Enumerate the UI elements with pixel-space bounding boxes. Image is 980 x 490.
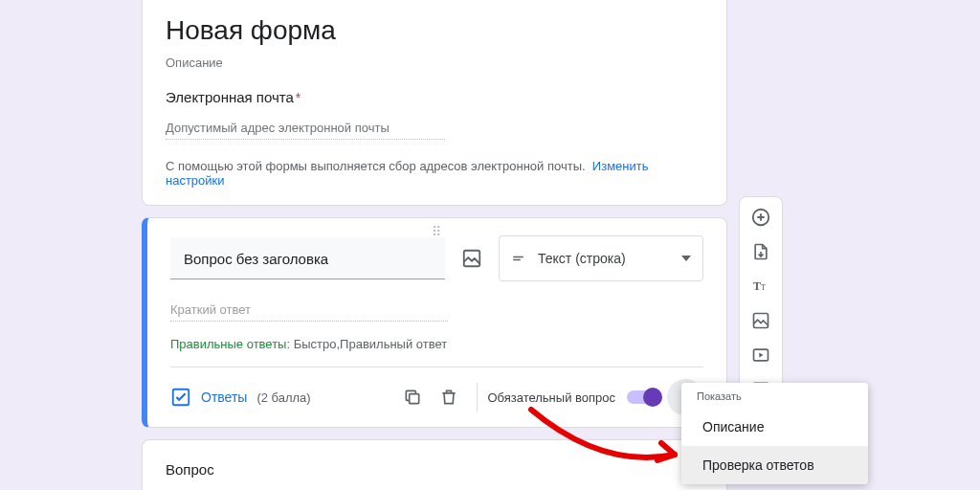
question-type-select[interactable]: Текст (строка): [499, 235, 703, 281]
more-options-menu: Показать Описание Проверка ответов: [681, 383, 868, 484]
form-header-card: Новая форма Описание Электронная почта* …: [142, 0, 727, 206]
add-image-icon[interactable]: [458, 245, 485, 272]
correct-answers-line: Правильные ответы: Быстро,Правильный отв…: [170, 337, 703, 368]
points-label: (2 балла): [256, 390, 310, 405]
delete-button[interactable]: [431, 379, 467, 415]
trash-icon: [439, 388, 458, 407]
video-icon: [751, 345, 770, 365]
short-text-icon: [511, 250, 528, 267]
side-toolbar: TT: [739, 196, 783, 411]
checkmark-box-icon: [170, 387, 191, 408]
svg-rect-4: [410, 394, 419, 404]
question-title: Вопрос: [166, 461, 703, 478]
question-type-label: Текст (строка): [538, 251, 626, 266]
answer-key-button[interactable]: Ответы: [170, 387, 247, 408]
menu-header: Показать: [681, 389, 868, 408]
drag-handle-icon[interactable]: ⠿: [432, 224, 443, 239]
import-icon: [751, 242, 770, 261]
add-image-button[interactable]: [743, 304, 779, 337]
title-icon: TT: [751, 277, 770, 296]
email-input[interactable]: Допустимый адрес электронной почты: [166, 115, 445, 140]
image-icon: [751, 311, 770, 330]
svg-text:T: T: [761, 283, 766, 292]
copy-icon: [403, 388, 422, 407]
email-label: Электронная почта: [166, 89, 294, 105]
divider: [477, 383, 478, 412]
required-label: Обязательный вопрос: [487, 390, 615, 405]
chevron-down-icon: [681, 256, 691, 261]
question-card[interactable]: Вопрос Вариант 1: [142, 439, 727, 490]
plus-circle-icon: [750, 207, 771, 228]
menu-item-response-validation[interactable]: Проверка ответов: [681, 446, 868, 484]
form-title[interactable]: Новая форма: [166, 15, 703, 46]
add-question-button[interactable]: [743, 201, 779, 234]
import-questions-button[interactable]: [743, 235, 779, 268]
svg-rect-1: [513, 256, 523, 258]
question-card-active: ⠿ Вопрос без заголовка Текст (строка) Кр…: [142, 217, 727, 428]
add-title-button[interactable]: TT: [743, 270, 779, 302]
required-asterisk: *: [296, 90, 301, 105]
question-title-input[interactable]: Вопрос без заголовка: [170, 237, 445, 279]
menu-item-description[interactable]: Описание: [681, 408, 868, 446]
svg-rect-2: [513, 259, 521, 261]
add-video-button[interactable]: [743, 339, 779, 371]
duplicate-button[interactable]: [394, 379, 431, 415]
collect-emails-note: С помощью этой формы выполняется сбор ад…: [166, 159, 703, 188]
required-toggle[interactable]: [627, 390, 659, 404]
short-answer-placeholder: Краткий ответ: [170, 302, 448, 322]
form-description[interactable]: Описание: [166, 56, 703, 70]
